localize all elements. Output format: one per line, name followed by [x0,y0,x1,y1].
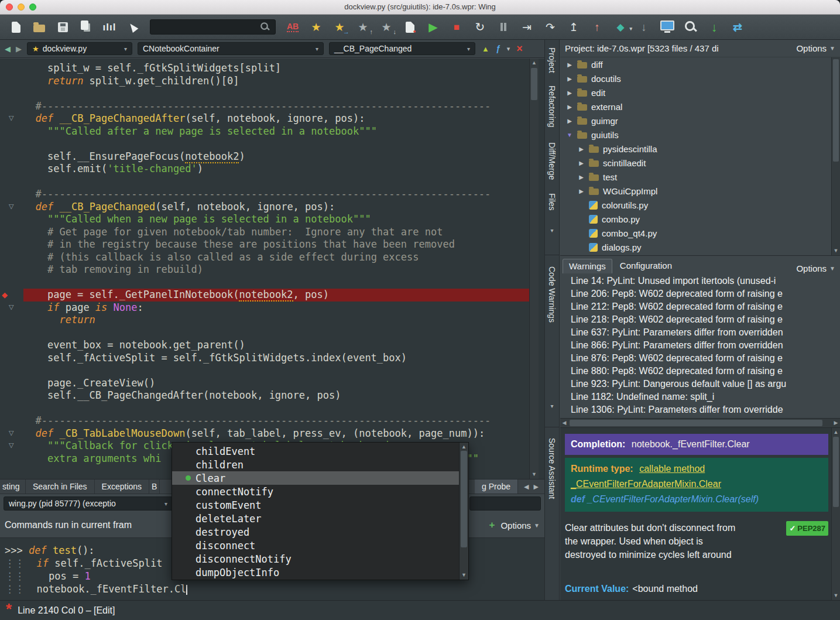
gutter[interactable] [0,327,23,340]
tool-tab-code-warnings[interactable]: Code Warnings [545,260,559,329]
tree-item-combo_qt4-py[interactable]: combo_qt4.py [560,226,832,240]
tree-item-test[interactable]: ▶test [560,170,832,184]
tool-tab-project[interactable]: Project [545,43,559,77]
warning-row[interactable]: Line 876: Pep8: W602 deprecated form of … [571,352,840,365]
search-button[interactable] [680,18,702,36]
completion-item[interactable]: customEvent [172,498,459,512]
code-line[interactable] [0,364,530,377]
stop-debug-button[interactable]: ■ [445,18,468,36]
scroll-down-icon[interactable]: ▼ [460,571,468,579]
gutter[interactable] [0,125,23,138]
bookmark-button[interactable]: ★ [305,18,327,36]
completion-item[interactable]: disconnect [172,539,459,552]
fold-marker-icon[interactable]: ▽ [9,303,13,311]
gutter[interactable]: ▽ [0,440,23,453]
code-line[interactable]: # (this callback is also called as a sid… [0,251,530,264]
warning-row[interactable]: Line 880: Pep8: W602 deprecated form of … [571,365,840,378]
warning-row[interactable]: Line 637: PyLint: Parameters differ from… [571,326,840,339]
runtime-class-link[interactable]: _CEventFilterForAdapterMixin.Clear [571,479,721,489]
chevron-down-icon[interactable]: ▾ [507,45,510,53]
gutter[interactable] [0,402,23,415]
new-file-button[interactable] [5,18,27,36]
gutter[interactable] [0,389,23,402]
close-window-button[interactable] [6,4,13,11]
gutter[interactable] [0,352,23,365]
prev-bookmark-button[interactable]: ★↑ [352,18,374,36]
gutter[interactable] [0,364,23,377]
scrollbar-thumb[interactable] [833,437,839,507]
code-line[interactable]: """Called when a new page is selected in… [0,213,530,226]
step-into-button[interactable]: ⇥ [516,18,538,36]
class-dropdown[interactable]: CNotebookContainer ▾ [138,42,324,55]
expand-arrow-icon[interactable]: ▶ [578,174,585,180]
expand-arrow-icon[interactable]: ▼ [566,132,573,138]
tool-tab-files[interactable]: Files [545,189,559,215]
scroll-down-icon[interactable]: ▼ [832,247,840,255]
gutter[interactable]: ◆ [0,289,23,302]
select-tool-button[interactable] [122,18,144,36]
tab-configuration[interactable]: Configuration [613,258,678,273]
start-continue-button[interactable]: ▶ [422,18,444,36]
code-line[interactable]: return [0,314,530,327]
completion-item[interactable]: disconnectNotify [172,552,459,566]
code-line[interactable]: #---------------------------------------… [0,415,530,427]
chevron-down-icon[interactable]: ▾ [545,227,559,234]
scrollbar-thumb[interactable] [833,59,839,162]
debug-io-button[interactable] [656,18,678,36]
code-line[interactable]: return split_w.get_children()[0] [0,75,530,88]
tree-item-docutils[interactable]: ▶docutils [560,71,832,85]
tree-item-scintillaedit[interactable]: ▶scintillaedit [560,156,832,170]
warning-row[interactable]: Line 212: Pep8: W602 deprecated form of … [571,300,840,313]
gutter[interactable] [0,150,23,163]
expand-arrow-icon[interactable]: ▶ [566,61,573,68]
gutter[interactable] [0,238,23,251]
tree-item-guimgr[interactable]: ▶guimgr [560,114,832,128]
step-over-button[interactable]: ↷ [539,18,561,36]
tab-search-in-files[interactable]: Search in Files [26,479,95,494]
expand-arrow-icon[interactable]: ▶ [566,90,573,96]
tree-item-dialogs-py[interactable]: dialogs.py [560,240,832,254]
scrollbar-thumb[interactable] [531,68,537,100]
tree-item-edit[interactable]: ▶edit [560,85,832,100]
expand-arrow-icon[interactable]: ▶ [566,118,573,124]
sync-button[interactable]: ⇄ [726,18,749,36]
warning-row[interactable]: Line 206: Pep8: W602 deprecated form of … [571,287,840,300]
down-stack-button[interactable]: ↓ [633,18,655,36]
gutter[interactable] [0,465,23,478]
code-line[interactable]: ▽ if page is None: [0,302,530,314]
warning-row[interactable]: Line 923: PyLint: Dangerous default valu… [571,378,840,391]
gutter[interactable]: ▽ [0,427,23,440]
toolbar-search-input[interactable] [153,22,259,32]
fold-marker-icon[interactable]: ▽ [9,114,13,122]
update-button[interactable]: ↓ [703,18,725,36]
code-line[interactable] [0,87,530,100]
code-line[interactable]: page._CreateView() [0,377,530,390]
run-to-cursor-button[interactable]: ◆▾ [609,18,632,36]
code-line[interactable] [0,327,530,340]
tree-item-colorutils-py[interactable]: colorutils.py [560,198,832,212]
gutter[interactable] [0,100,23,113]
fold-marker-icon[interactable]: ▽ [9,203,13,210]
tab-exceptions[interactable]: Exceptions [95,479,149,494]
warning-row[interactable]: Line 1306: PyLint: Parameters differ fro… [571,403,840,416]
expand-arrow-icon[interactable]: ▶ [578,188,585,194]
expand-arrow-icon[interactable]: ▶ [578,160,585,166]
step-out-button[interactable]: ↥ [563,18,585,36]
gutter[interactable] [0,163,23,176]
code-line[interactable]: #---------------------------------------… [0,188,530,201]
scroll-up-icon[interactable]: ▲ [832,429,840,436]
close-editor-icon[interactable]: × [516,43,523,55]
open-file-button[interactable] [28,18,50,36]
completion-item[interactable]: deleteLater [172,512,459,525]
chevron-down-icon[interactable]: ▾ [545,403,559,409]
tool-tab-refactoring[interactable]: Refactoring [545,80,559,133]
code-line[interactable]: ▽ def __CB_PageChanged(self, notebook, i… [0,201,530,214]
scroll-left-icon[interactable]: ◀ [560,419,568,427]
popup-scrollbar[interactable]: ▲ ▼ [459,443,468,580]
tab-debug-probe[interactable]: g Probe [475,479,518,494]
tree-item-combo-py[interactable]: combo.py [560,212,832,226]
expand-arrow-icon[interactable]: ▶ [566,76,573,82]
gutter[interactable] [0,251,23,264]
scroll-up-icon[interactable]: ▲ [530,59,539,67]
code-line[interactable]: split_w = self._fGtkSplitWidgets[split] [0,62,530,75]
